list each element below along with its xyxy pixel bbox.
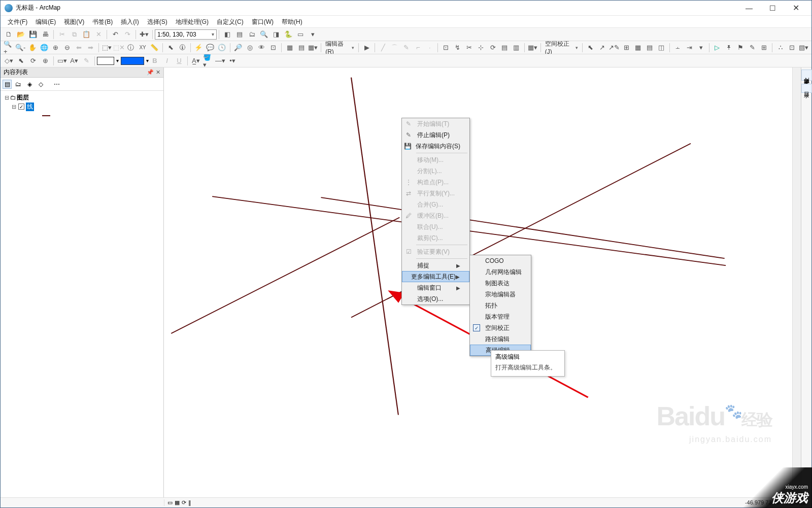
redo-button[interactable]: ↷ xyxy=(122,29,133,40)
transfer-mapping-icon[interactable]: ▾ xyxy=(696,42,706,53)
more-tools-item-6[interactable]: ✓空间校正 xyxy=(470,322,531,333)
identify-icon[interactable]: ⓘ xyxy=(125,42,136,53)
menu-bookmarks[interactable]: 书签(B) xyxy=(88,16,117,28)
rectangle-icon[interactable]: ▭▾ xyxy=(56,55,67,66)
bold-icon[interactable]: B xyxy=(149,55,160,66)
more-tools-item-1[interactable]: 几何网络编辑 xyxy=(470,266,531,278)
more-tools-item-2[interactable]: 制图表达 xyxy=(470,278,531,289)
line-style-icon[interactable]: —▾ xyxy=(215,55,226,66)
toc-root-row[interactable]: ⊟ 🗀 图层 xyxy=(4,93,160,102)
go-to-xy-icon[interactable]: XY xyxy=(138,42,148,53)
new-button[interactable]: 🗋 xyxy=(3,29,14,40)
marker-icon[interactable]: •▾ xyxy=(227,55,238,66)
paste-button[interactable]: 📋 xyxy=(81,29,92,40)
fill-bucket-icon[interactable]: 🪣▾ xyxy=(202,55,214,66)
straight-segment-icon[interactable]: ╱ xyxy=(378,42,388,53)
text-icon[interactable]: A▾ xyxy=(69,55,80,66)
editor-menu-item-1[interactable]: ✎停止编辑(P) xyxy=(402,129,469,141)
italic-icon[interactable]: I xyxy=(161,55,173,66)
print-button[interactable]: 🖶 xyxy=(40,29,51,40)
zoom-out-icon[interactable]: 🔍- xyxy=(15,42,26,53)
catalog-icon[interactable]: 🗂 xyxy=(246,29,257,40)
pause-draw-icon[interactable]: ‖ xyxy=(188,499,191,506)
more-tools-item-5[interactable]: 版本管理 xyxy=(470,311,531,322)
hyperlink-icon[interactable]: ⚡ xyxy=(193,42,204,53)
open-button[interactable]: 📂 xyxy=(15,29,26,40)
fixed-zoom-in-icon[interactable]: ⊕ xyxy=(50,42,61,53)
create-features-panel-icon[interactable]: ▦▾ xyxy=(527,42,538,53)
attribute-transfer-icon[interactable]: ⇥ xyxy=(684,42,695,53)
georef-grid-icon[interactable]: ⊞ xyxy=(759,42,769,53)
right-angle-icon[interactable]: ⌐ xyxy=(413,42,423,53)
editor-menu-item-18[interactable]: 选项(O)... xyxy=(402,293,469,304)
undo-button[interactable]: ↶ xyxy=(110,29,121,40)
menu-select[interactable]: 选择(S) xyxy=(143,16,172,28)
modify-link-icon[interactable]: ↗✎ xyxy=(608,42,620,53)
list-by-drawing-order-icon[interactable]: ▤ xyxy=(3,80,12,89)
editor-menu-item-16[interactable]: 更多编辑工具(E)▶ xyxy=(402,271,469,282)
menu-file[interactable]: 文件(F) xyxy=(4,16,31,28)
new-displacement-link-icon[interactable]: ↗ xyxy=(597,42,607,53)
more-tools-item-3[interactable]: 宗地编辑器 xyxy=(470,289,531,300)
editor-menu-item-17[interactable]: 编辑窗口▶ xyxy=(402,282,469,293)
toc-layer-row[interactable]: ⊟ ✓ 线 xyxy=(4,102,160,111)
georef-table-icon[interactable]: ⊡ xyxy=(787,42,797,53)
editor-menu-item-2[interactable]: 💾保存编辑内容(S) xyxy=(402,141,469,152)
fixed-zoom-out-icon[interactable]: ⊖ xyxy=(62,42,73,53)
sketch-props-icon[interactable]: ▥ xyxy=(511,42,522,53)
prev-extent-icon[interactable]: ⬅ xyxy=(74,42,84,53)
georef-points-icon[interactable]: ∴ xyxy=(775,42,786,53)
toc-icon[interactable]: ▤ xyxy=(234,29,245,40)
list-by-visibility-icon[interactable]: ◈ xyxy=(25,80,34,89)
map-canvas[interactable]: ✎开始编辑(T)✎停止编辑(P)💾保存编辑内容(S)移动(M)...分割(L).… xyxy=(164,67,792,497)
list-by-source-icon[interactable]: 🗂 xyxy=(14,80,23,89)
find-icon[interactable]: 🔎 xyxy=(233,42,244,53)
save-button[interactable]: 💾 xyxy=(27,29,39,40)
refresh-icon[interactable]: ⟳ xyxy=(182,499,186,506)
menu-edit[interactable]: 编辑(E) xyxy=(31,16,60,28)
create-features-icon[interactable]: ▦ xyxy=(284,42,295,53)
edit-text-icon[interactable]: ✎ xyxy=(81,55,92,66)
more-tools-item-4[interactable]: 拓扑 xyxy=(470,300,531,311)
drawing-dropdown[interactable]: ◇▾ xyxy=(3,55,14,66)
spatial-adjustment-dropdown[interactable]: 空间校正(J)▾ xyxy=(543,41,581,54)
time-slider-icon[interactable]: 🕓 xyxy=(217,42,227,53)
add-data-button[interactable]: ✚▾ xyxy=(139,29,150,40)
georef-link-icon[interactable]: 🖈 xyxy=(724,42,734,53)
edit-vertices-icon[interactable]: ⊡ xyxy=(441,42,451,53)
line-color-swatch[interactable] xyxy=(121,57,144,65)
measure-icon[interactable]: 📏 xyxy=(149,42,160,53)
side-tab-catalog[interactable]: 目录 xyxy=(801,84,812,93)
layout-view-icon[interactable]: ▦ xyxy=(175,499,180,506)
scale-input[interactable]: 1:50, 130, 703▾ xyxy=(155,29,217,40)
font-color-icon[interactable]: A̲▾ xyxy=(190,55,201,66)
copy-button[interactable]: ⧉ xyxy=(69,29,80,40)
attribute-icon[interactable]: ▤ xyxy=(296,42,307,53)
model-icon[interactable]: ▭ xyxy=(295,29,306,40)
midpoint-icon[interactable]: · xyxy=(424,42,435,53)
zoom-graphic-icon[interactable]: ⊕ xyxy=(40,55,51,66)
menu-insert[interactable]: 插入(I) xyxy=(117,16,143,28)
data-view-icon[interactable]: ▭ xyxy=(167,499,173,506)
georef-edit-icon[interactable]: ✎ xyxy=(747,42,758,53)
link-table-icon[interactable]: ▦ xyxy=(633,42,644,53)
menu-customize[interactable]: 自定义(C) xyxy=(213,16,248,28)
attributes-icon[interactable]: ▤ xyxy=(499,42,510,53)
delete-button[interactable]: ✕ xyxy=(93,29,104,40)
menu-window[interactable]: 窗口(W) xyxy=(248,16,278,28)
view-links-icon[interactable]: ▤ xyxy=(645,42,655,53)
table-icon[interactable]: ▦▾ xyxy=(308,42,318,53)
georef-flag-icon[interactable]: ⚑ xyxy=(735,42,746,53)
reshape-icon[interactable]: ↯ xyxy=(452,42,463,53)
maximize-button[interactable]: ☐ xyxy=(761,1,784,16)
more-tools-item-0[interactable]: COGO xyxy=(470,255,531,266)
rotate-icon[interactable]: ⟳ xyxy=(488,42,498,53)
preview-icon[interactable]: ◫ xyxy=(656,42,667,53)
pan-icon[interactable]: ✋ xyxy=(27,42,38,53)
georef-window-icon[interactable]: ▧▾ xyxy=(798,42,809,53)
cut-polygons-icon[interactable]: ✂ xyxy=(464,42,475,53)
zoom-in-icon[interactable]: 🔍+ xyxy=(3,42,14,53)
menu-geoprocessing[interactable]: 地理处理(G) xyxy=(172,16,213,28)
arc-segment-icon[interactable]: ⌒ xyxy=(389,42,400,53)
magnifier-icon[interactable]: ⊡ xyxy=(268,42,279,53)
